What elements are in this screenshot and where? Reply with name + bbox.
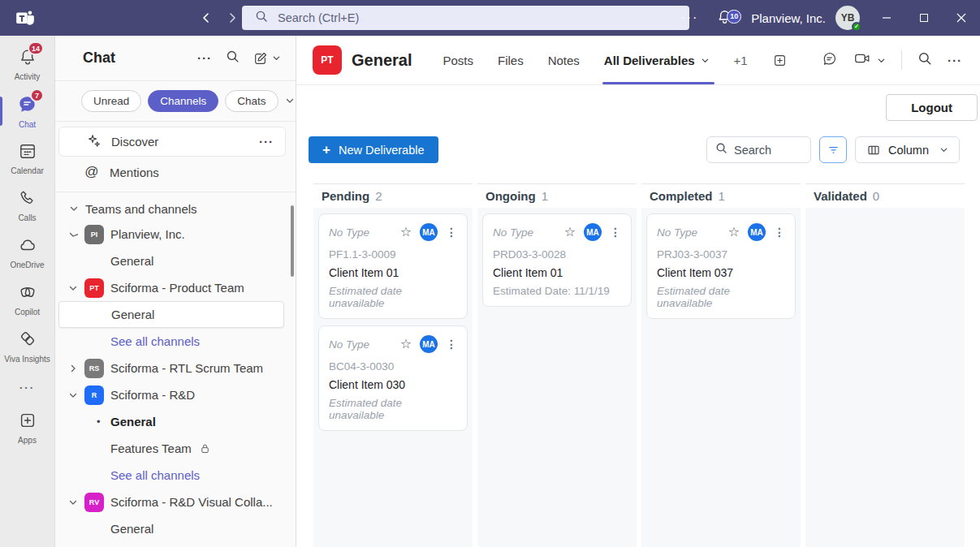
column-view-button[interactable]: Column [855,136,960,163]
chevron-right-icon[interactable] [68,364,78,373]
team-avatar: PI [84,225,104,244]
team-row-planview[interactable]: PI Planview, Inc. [55,221,296,248]
unread-bullet: • [97,416,101,428]
chevron-down-icon[interactable] [285,94,295,109]
mentions-label: Mentions [110,166,159,179]
channel-rv-general[interactable]: General [55,515,296,542]
chevron-down-icon[interactable] [68,497,78,507]
global-search[interactable] [242,6,689,30]
assignee-avatar[interactable]: MA [420,223,438,241]
window-close-icon[interactable] [943,0,980,36]
board-search[interactable] [706,136,811,163]
channel-rd-features-team[interactable]: Features Team [55,435,296,462]
rail-item-chat[interactable]: 7 Chat [0,88,54,135]
deliverable-card[interactable]: No Type ☆ MA ⋮ PRD03-3-0028 Client Item … [482,213,632,307]
card-id: PF1.1-3-0009 [329,248,457,261]
rail-item-copilot[interactable]: Copilot [0,276,54,323]
star-icon[interactable]: ☆ [728,226,740,239]
avatar[interactable]: YB ✓ [835,6,860,30]
tab-posts[interactable]: Posts [443,36,473,84]
card-id: PRD03-3-0028 [493,248,621,261]
assignee-avatar[interactable]: MA [584,223,602,241]
filter-pill-channels[interactable]: Channels [148,90,218,112]
channel-more-icon[interactable]: ··· [948,54,962,67]
tab-notes[interactable]: Notes [548,36,580,84]
team-name: Sciforma - R&D [110,388,195,402]
assignee-avatar[interactable]: MA [420,335,438,353]
tab-files[interactable]: Files [498,36,524,84]
team-row-rd-visual[interactable]: RV Sciforma - R&D Visual Colla... [55,489,296,515]
teams-and-channels-header[interactable]: Teams and channels [55,196,296,221]
channel-rd-general-unread[interactable]: • General [55,408,296,435]
assignee-avatar[interactable]: MA [748,223,766,241]
activity-badge: 14 [28,41,44,55]
open-chat-icon[interactable] [821,50,838,71]
titlebar-more-icon[interactable]: ··· [669,11,710,25]
chat-search-icon[interactable] [226,50,240,67]
rail-label: OneDrive [10,261,44,269]
nav-forward-icon[interactable] [226,11,239,24]
card-menu-icon[interactable]: ⋮ [446,226,457,239]
see-all-channels-link[interactable]: See all channels [55,328,296,355]
scrollbar-thumb[interactable] [291,205,294,277]
deliverable-card[interactable]: No Type ☆ MA ⋮ BC04-3-0030 Client Item 0… [318,325,468,431]
sparkle-icon [87,134,101,150]
more-icon: ··· [19,381,35,394]
window-minimize-icon[interactable] [868,0,905,36]
discover-item[interactable]: Discover ··· [58,127,286,157]
discover-more-icon[interactable]: ··· [259,135,274,149]
chevron-down-icon[interactable] [68,283,78,293]
rail-item-activity[interactable]: 14 Activity [0,41,54,88]
card-menu-icon[interactable]: ⋮ [610,226,621,239]
org-name[interactable]: Planview, Inc. [751,11,826,25]
card-type: No Type [493,226,556,239]
rail-item-more[interactable]: ··· [0,370,54,404]
rail-item-calendar[interactable]: Calendar [0,135,54,182]
board-search-input[interactable] [734,144,802,157]
meet-camera-icon[interactable] [853,50,871,71]
chevron-down-icon [877,56,886,65]
star-icon[interactable]: ☆ [400,338,412,351]
see-all-channels-link[interactable]: See all channels [55,462,296,489]
chevron-down-icon[interactable] [68,230,78,239]
filter-button[interactable] [819,136,847,163]
channel-planview-general[interactable]: General [55,248,296,274]
tab-all-deliverables[interactable]: All Deliverables [604,36,710,84]
card-menu-icon[interactable]: ⋮ [446,338,457,351]
chat-more-icon[interactable]: ··· [197,51,212,65]
channel-pt-general-selected[interactable]: General [58,301,284,328]
star-icon[interactable]: ☆ [564,226,576,239]
rail-item-calls[interactable]: Calls [0,182,54,229]
channel-header: PT General Posts Files Notes All Deliver… [296,36,980,85]
team-row-product-team[interactable]: PT Sciforma - Product Team [55,274,296,301]
deliverable-card[interactable]: No Type ☆ MA ⋮ PF1.1-3-0009 Client Item … [318,213,468,319]
new-chat-compose-icon[interactable] [253,51,281,66]
add-tab-icon[interactable] [772,53,788,68]
team-row-rtl-scrum[interactable]: RS Sciforma - RTL Scrum Team [55,355,296,381]
lane-pending: Pending 2 No Type ☆ MA ⋮ PF1.1-3-0009 Cl… [313,183,473,547]
rail-item-apps[interactable]: Apps [0,404,54,451]
card-name: Client Item 030 [329,378,457,391]
rail-item-onedrive[interactable]: OneDrive [0,229,54,276]
window-maximize-icon[interactable] [905,0,943,36]
chevron-down-icon[interactable] [68,390,78,400]
card-menu-icon[interactable]: ⋮ [774,226,785,239]
channel-tabs: Posts Files Notes All Deliverables +1 [443,36,787,84]
team-row-rd[interactable]: R Sciforma - R&D [55,381,296,408]
channel-search-icon[interactable] [917,51,932,69]
global-search-input[interactable] [278,11,678,24]
deliverable-card[interactable]: No Type ☆ MA ⋮ PRJ03-3-0037 Client Item … [646,213,796,319]
card-type: No Type [329,226,392,239]
mentions-item[interactable]: @ Mentions [55,158,296,186]
star-icon[interactable]: ☆ [400,226,412,239]
column-label: Column [888,144,929,157]
chevron-down-icon [272,54,281,62]
filter-pill-unread[interactable]: Unread [81,90,141,112]
rail-item-viva-insights[interactable]: Viva Insights [0,323,54,370]
nav-back-icon[interactable] [200,11,213,24]
tab-overflow-count[interactable]: +1 [734,54,748,67]
notifications-bell-icon[interactable]: 10 [710,8,745,28]
new-deliverable-button[interactable]: + New Deliverable [309,136,438,163]
logout-button[interactable]: Logout [886,94,978,121]
filter-pill-chats[interactable]: Chats [225,90,278,112]
